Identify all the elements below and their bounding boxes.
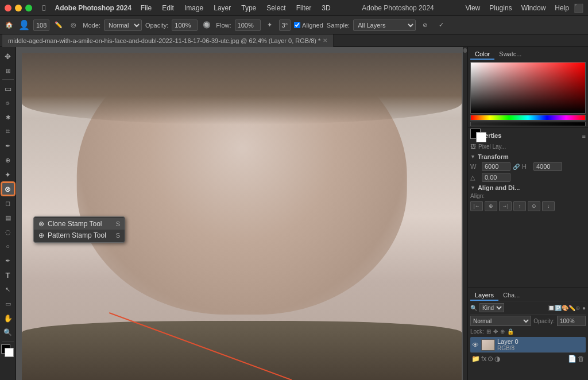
tab-layers[interactable]: Layers — [470, 290, 498, 301]
tool-hand[interactable]: ✋ — [1, 311, 15, 325]
new-group-icon[interactable]: 📁 — [471, 355, 480, 363]
menu-layer[interactable]: Layer — [209, 3, 235, 13]
layer-lock-row: Lock: ⊞ ✥ ⊕ 🔒 — [470, 327, 586, 336]
menu-window[interactable]: Window — [517, 3, 551, 13]
lock-all-icon[interactable]: 🔒 — [507, 328, 514, 335]
tool-move[interactable]: ✥ — [1, 49, 15, 63]
canvas-area[interactable]: ⊗ Clone Stamp Tool S ⊕ Pattern Stamp Too… — [16, 47, 467, 380]
link-proportions-icon[interactable]: 🔗 — [513, 164, 520, 170]
align-center-v[interactable]: ⊙ — [528, 201, 540, 211]
popup-pattern-stamp[interactable]: ⊕ Pattern Stamp Tool S — [34, 230, 125, 241]
tool-dodge[interactable]: ○ — [1, 239, 15, 253]
color-swatches[interactable] — [1, 344, 15, 358]
tool-path-select[interactable]: ↖ — [1, 282, 15, 296]
menu-select[interactable]: Select — [262, 3, 290, 13]
menu-3d[interactable]: 3D — [317, 3, 335, 13]
new-layer-icon[interactable]: 📄 — [568, 355, 577, 363]
align-left-edges[interactable]: |← — [470, 201, 483, 211]
tool-blur[interactable]: ◌ — [1, 225, 15, 239]
minimize-button[interactable] — [15, 5, 22, 11]
tool-pen[interactable]: ✒ — [1, 254, 15, 267]
opacity-label-layers: Opacity: — [533, 318, 555, 324]
close-button[interactable] — [5, 5, 11, 11]
width-row: W 6000 🔗 H 4000 — [470, 162, 586, 171]
ignore-adj-icon[interactable]: ⊘ — [419, 20, 431, 31]
tool-zoom[interactable]: 🔍 — [1, 325, 15, 339]
lock-position-icon[interactable]: ✥ — [493, 328, 498, 335]
align-section[interactable]: ▼ Align and Di... — [470, 184, 586, 191]
transform-section[interactable]: ▼ Transform — [470, 153, 586, 160]
delete-layer-icon[interactable]: 🗑 — [578, 355, 585, 363]
layers-kind-select[interactable]: Kind — [479, 303, 504, 312]
tool-healing[interactable]: ⊕ — [1, 153, 15, 167]
layer-visibility-icon[interactable]: 👁 — [472, 341, 479, 349]
background-color[interactable] — [5, 348, 14, 357]
tab-swatches[interactable]: Swatc... — [494, 49, 526, 60]
sample-select[interactable]: All Layers Current Layer Current & Below — [353, 20, 416, 31]
maximize-button[interactable] — [25, 5, 32, 11]
airbrush-icon[interactable]: ✦ — [264, 20, 276, 31]
layer-fx-icon[interactable]: fx — [481, 355, 486, 363]
apple-menu[interactable]:  — [38, 2, 50, 14]
brush-size-value[interactable]: 108 — [33, 20, 49, 31]
lock-pixels-icon[interactable]: ⊞ — [486, 328, 491, 335]
tool-type[interactable]: T — [1, 268, 15, 282]
layers-filter-toggle[interactable]: ● — [582, 305, 586, 311]
reset-colors-icon[interactable]: ⇄ — [493, 133, 498, 139]
tool-shape[interactable]: ▭ — [1, 297, 15, 311]
popup-clone-stamp[interactable]: ⊗ Clone Stamp Tool S — [34, 218, 125, 230]
menu-items: File Edit Image Layer Type Select Filter… — [136, 3, 335, 13]
aligned-checkbox[interactable]: Aligned — [294, 22, 323, 29]
add-mask-icon[interactable]: ⊙ — [488, 355, 493, 363]
bg-swatch[interactable] — [476, 132, 486, 142]
align-right-edges[interactable]: →| — [499, 201, 512, 211]
menu-filter[interactable]: Filter — [292, 3, 316, 13]
adjustment-layer-icon[interactable]: ◑ — [494, 355, 500, 363]
align-center-h[interactable]: ⊕ — [485, 201, 497, 211]
lock-artboards-icon[interactable]: ⊕ — [500, 328, 505, 335]
align-bottom-edges[interactable]: ↓ — [542, 201, 555, 211]
menu-file[interactable]: File — [136, 3, 156, 13]
opacity-value[interactable]: 100% — [172, 20, 198, 31]
tool-artboard[interactable]: ⊞ — [1, 64, 15, 77]
layer-thumbnail — [481, 339, 495, 351]
w-value[interactable]: 6000 — [482, 162, 510, 171]
h-value[interactable]: 4000 — [533, 162, 562, 171]
tab-color[interactable]: Color — [470, 49, 494, 60]
layer-info: Layer 0 RGB/8 — [497, 338, 584, 351]
scroll-indicator[interactable] — [463, 47, 467, 380]
brush-angle-icon: ◎ — [68, 20, 79, 31]
brush-mode-icon: ✏️ — [53, 20, 64, 31]
tool-clone-stamp[interactable]: ⊗ — [1, 182, 15, 196]
tab-channels[interactable]: Cha... — [498, 290, 524, 301]
menu-item-appname[interactable]: Adobe Photoshop 2024 — [50, 3, 136, 13]
menu-view[interactable]: View — [461, 3, 485, 13]
document-tab[interactable]: middle-aged-man-with-a-smile-on-his-face… — [2, 34, 334, 47]
menu-help[interactable]: Help — [550, 3, 574, 13]
tool-gradient[interactable]: ▤ — [1, 211, 15, 224]
angle-value[interactable]: 3° — [279, 20, 291, 31]
menu-plugins[interactable]: Plugins — [485, 3, 516, 13]
angle-value[interactable]: 0,00 — [482, 173, 510, 182]
layer-item-0[interactable]: 👁 Layer 0 RGB/8 — [470, 337, 586, 352]
menu-image[interactable]: Image — [180, 3, 208, 13]
tab-close-icon[interactable]: ✕ — [323, 37, 327, 44]
tool-lasso[interactable]: ⌾ — [1, 96, 15, 110]
aligned-check[interactable] — [294, 22, 300, 28]
tool-preset-icon[interactable]: 🏠 — [3, 20, 15, 31]
align-top-edges[interactable]: ↑ — [513, 201, 526, 211]
tool-select-rect[interactable]: ▭ — [1, 82, 15, 95]
flow-value[interactable]: 100% — [235, 20, 261, 31]
brush-preset-icon[interactable]: 👤 — [18, 20, 30, 31]
blend-mode-select[interactable]: Normal Multiply Screen — [470, 316, 531, 326]
tool-quick-select[interactable]: ✱ — [1, 110, 15, 124]
mode-select[interactable]: Normal Multiply Screen — [104, 20, 142, 31]
tool-eraser[interactable]: ◻ — [1, 196, 15, 210]
opacity-layers-value[interactable]: 100% — [557, 316, 586, 326]
tool-crop[interactable]: ⌗ — [1, 125, 15, 138]
tool-brush[interactable]: ✦ — [1, 168, 15, 181]
menu-type[interactable]: Type — [237, 3, 261, 13]
contextual-icon[interactable]: ✓ — [435, 20, 447, 31]
menu-edit[interactable]: Edit — [157, 3, 179, 13]
tool-eyedropper[interactable]: ✒ — [1, 139, 15, 153]
